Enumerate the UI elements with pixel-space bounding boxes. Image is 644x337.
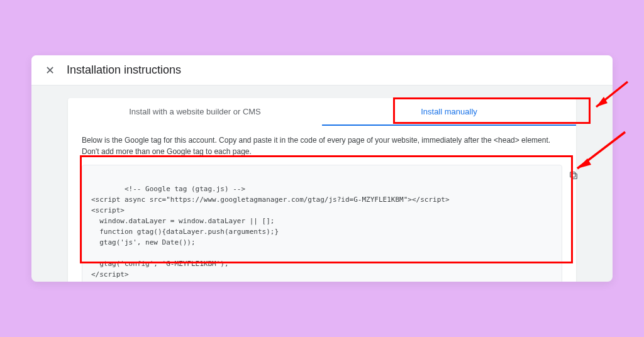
tab-body: Below is the Google tag for this account… bbox=[68, 126, 576, 282]
instructions-text: Below is the Google tag for this account… bbox=[82, 135, 562, 157]
copy-button[interactable] bbox=[541, 170, 555, 184]
modal-header: ✕ Installation instructions bbox=[31, 55, 613, 86]
content-card: Install with a website builder or CMS In… bbox=[68, 98, 576, 282]
modal-title: Installation instructions bbox=[67, 64, 181, 77]
code-snippet-box: <!-- Google tag (gtag.js) --> <script as… bbox=[82, 165, 562, 282]
modal-window: ✕ Installation instructions Install with… bbox=[31, 55, 613, 282]
tab-install-manually[interactable]: Install manually bbox=[322, 98, 576, 126]
svg-rect-1 bbox=[570, 172, 575, 177]
tab-label: Install with a website builder or CMS bbox=[129, 107, 261, 116]
copy-icon bbox=[518, 160, 578, 194]
code-snippet-text: <!-- Google tag (gtag.js) --> <script as… bbox=[91, 185, 450, 279]
tab-row: Install with a website builder or CMS In… bbox=[68, 98, 576, 126]
svg-rect-0 bbox=[572, 174, 577, 179]
close-icon: ✕ bbox=[45, 64, 55, 77]
tab-install-cms[interactable]: Install with a website builder or CMS bbox=[68, 98, 322, 126]
tab-label: Install manually bbox=[421, 107, 477, 116]
close-button[interactable]: ✕ bbox=[40, 61, 59, 80]
